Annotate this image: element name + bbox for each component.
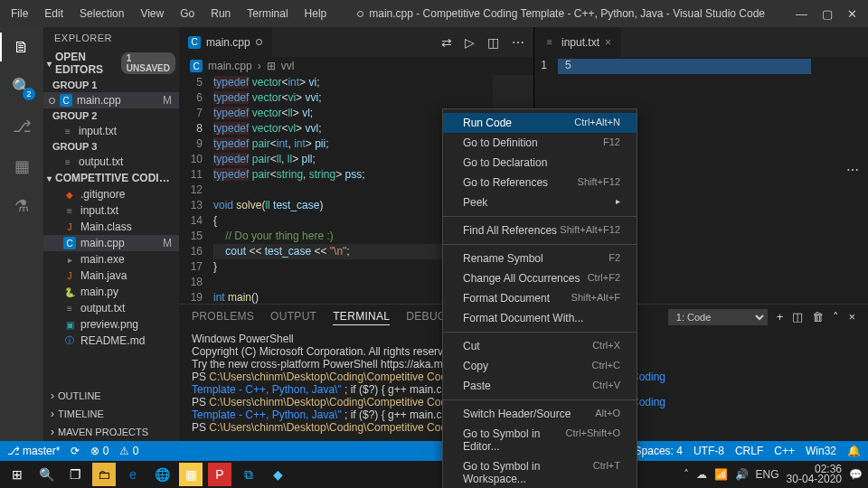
ctx-go-to-definition[interactable]: Go to DefinitionF12 bbox=[443, 133, 637, 153]
badge: 2 bbox=[23, 88, 35, 100]
indent[interactable]: Spaces: 4 bbox=[635, 445, 683, 457]
sync-icon[interactable]: ⟳ bbox=[71, 445, 80, 457]
close-tab-icon[interactable]: × bbox=[605, 36, 611, 49]
panel-tab-output[interactable]: OUTPUT bbox=[270, 308, 316, 325]
ctx-go-to-references[interactable]: Go to ReferencesShift+F12 bbox=[443, 173, 637, 192]
terminal-select[interactable]: 1: Code bbox=[668, 309, 768, 325]
run-icon[interactable]: ▷ bbox=[465, 35, 475, 50]
menu-file[interactable]: File bbox=[4, 4, 35, 23]
vscode-task-icon[interactable]: ⧉ bbox=[237, 463, 260, 486]
edge-icon[interactable]: e bbox=[121, 463, 145, 486]
extensions-icon[interactable]: ▦ bbox=[11, 155, 33, 177]
app2-icon[interactable]: P bbox=[208, 463, 231, 486]
app3-icon[interactable]: ◆ bbox=[266, 463, 289, 486]
more-icon[interactable]: ⋯ bbox=[512, 35, 524, 50]
file-item[interactable]: ▸main.exe bbox=[43, 251, 179, 267]
explorer-task-icon[interactable]: 🗀 bbox=[92, 463, 116, 486]
menu-help[interactable]: Help bbox=[297, 4, 335, 23]
file-item[interactable]: JMain.class bbox=[43, 219, 179, 235]
search-icon[interactable]: 🔍2 bbox=[11, 76, 33, 98]
ctx-go-to-symbol-in-editor-[interactable]: Go to Symbol in Editor...Ctrl+Shift+O bbox=[443, 424, 637, 456]
task-view-icon[interactable]: ❐ bbox=[63, 463, 87, 486]
ctx-paste[interactable]: PasteCtrl+V bbox=[443, 376, 637, 396]
open-editor-item[interactable]: Cmain.cppM bbox=[43, 92, 179, 108]
menu-view[interactable]: View bbox=[133, 4, 171, 23]
panel-tab-problems[interactable]: PROBLEMS bbox=[192, 308, 254, 325]
ctx-switch-header-source[interactable]: Switch Header/SourceAlt+O bbox=[443, 404, 637, 424]
start-icon[interactable]: ⊞ bbox=[5, 463, 29, 486]
file-item[interactable]: 🐍main.py bbox=[43, 284, 179, 300]
ctx-go-to-declaration[interactable]: Go to Declaration bbox=[443, 153, 637, 173]
eol[interactable]: CRLF bbox=[735, 445, 763, 457]
app-icon[interactable]: ▦ bbox=[179, 463, 203, 486]
tab-input-txt[interactable]: ≡input.txt× bbox=[534, 27, 621, 57]
split-icon[interactable]: ◫ bbox=[487, 35, 499, 50]
lang-indicator[interactable]: ENG bbox=[756, 468, 779, 481]
open-editor-item[interactable]: ≡output.txt bbox=[43, 154, 179, 170]
context-menu: Run CodeCtrl+Alt+NGo to DefinitionF12Go … bbox=[442, 108, 637, 488]
ctx-rename-symbol[interactable]: Rename SymbolF2 bbox=[443, 249, 637, 268]
editor-more-icon[interactable]: ⋯ bbox=[846, 163, 859, 177]
cloud-icon[interactable]: ☁ bbox=[696, 468, 707, 481]
testing-icon[interactable]: ⚗ bbox=[11, 195, 33, 217]
panel-tab-terminal[interactable]: TERMINAL bbox=[333, 308, 390, 325]
ctx-copy[interactable]: CopyCtrl+C bbox=[443, 356, 637, 376]
menu-go[interactable]: Go bbox=[173, 4, 202, 23]
group-label: GROUP 3 bbox=[43, 139, 179, 154]
volume-icon[interactable]: 🔊 bbox=[735, 468, 749, 481]
file-item[interactable]: ≡input.txt bbox=[43, 202, 179, 219]
breadcrumb[interactable]: Cmain.cpp›⊞vvl bbox=[179, 57, 533, 75]
wifi-icon[interactable]: 📶 bbox=[714, 468, 728, 481]
ctx-format-document[interactable]: Format DocumentShift+Alt+F bbox=[443, 288, 637, 308]
maximize-panel-icon[interactable]: ˄ bbox=[833, 310, 839, 324]
close-panel-icon[interactable]: × bbox=[848, 310, 855, 324]
git-branch[interactable]: ⎇ master* bbox=[7, 445, 60, 457]
action-center-icon[interactable]: 💬 bbox=[849, 468, 863, 481]
split-terminal-icon[interactable]: ◫ bbox=[792, 310, 803, 324]
notifications-icon[interactable]: 🔔 bbox=[847, 445, 861, 457]
encoding[interactable]: UTF-8 bbox=[693, 445, 724, 457]
ctx-cut[interactable]: CutCtrl+X bbox=[443, 336, 637, 356]
minimize-icon[interactable]: — bbox=[796, 7, 807, 21]
ctx-run-code[interactable]: Run CodeCtrl+Alt+N bbox=[443, 113, 637, 133]
file-item[interactable]: ◆.gitignore bbox=[43, 186, 179, 202]
open-editor-item[interactable]: ≡input.txt bbox=[43, 123, 179, 139]
ctx-go-to-symbol-in-workspace-[interactable]: Go to Symbol in Workspace...Ctrl+T bbox=[443, 456, 637, 488]
menu-terminal[interactable]: Terminal bbox=[240, 4, 295, 23]
tab-main-cpp[interactable]: Cmain.cpp bbox=[179, 27, 272, 57]
file-item[interactable]: ▣preview.png bbox=[43, 316, 179, 333]
source-control-icon[interactable]: ⎇ bbox=[11, 116, 33, 137]
section-outline[interactable]: › OUTLINE bbox=[43, 387, 179, 405]
menu-edit[interactable]: Edit bbox=[37, 4, 71, 23]
tray-chevron-icon[interactable]: ˄ bbox=[684, 468, 689, 481]
kill-terminal-icon[interactable]: 🗑 bbox=[812, 310, 824, 324]
unsaved-badge: 1 UNSAVED bbox=[121, 52, 175, 74]
os[interactable]: Win32 bbox=[806, 445, 836, 457]
ctx-peek[interactable]: Peek▸ bbox=[443, 192, 637, 212]
group-label: GROUP 1 bbox=[43, 78, 179, 92]
menu-run[interactable]: Run bbox=[203, 4, 238, 23]
chrome-icon[interactable]: 🌐 bbox=[150, 463, 174, 486]
close-icon[interactable]: ✕ bbox=[847, 7, 857, 21]
section-timeline[interactable]: › TIMELINE bbox=[43, 405, 179, 423]
file-item[interactable]: Cmain.cppM bbox=[43, 235, 179, 251]
ctx-format-document-with-[interactable]: Format Document With... bbox=[443, 308, 637, 328]
file-item[interactable]: JMain.java bbox=[43, 267, 179, 284]
errors[interactable]: ⊗ 0 bbox=[90, 445, 108, 457]
file-item[interactable]: ⓘREADME.md bbox=[43, 333, 179, 349]
menu-selection[interactable]: Selection bbox=[72, 4, 131, 23]
compare-icon[interactable]: ⇄ bbox=[441, 35, 452, 50]
explorer-icon[interactable]: 🗎 bbox=[11, 36, 33, 58]
clock[interactable]: 02:3630-04-2020 bbox=[787, 465, 842, 484]
open-editors-header[interactable]: ▾OPEN EDITORS 1 UNSAVED bbox=[43, 49, 179, 78]
maximize-icon[interactable]: ▢ bbox=[822, 7, 833, 21]
language-mode[interactable]: C++ bbox=[774, 445, 795, 457]
file-item[interactable]: ≡output.txt bbox=[43, 300, 179, 316]
new-terminal-icon[interactable]: + bbox=[777, 310, 784, 324]
ctx-find-all-references[interactable]: Find All ReferencesShift+Alt+F12 bbox=[443, 221, 637, 240]
task-search-icon[interactable]: 🔍 bbox=[34, 463, 58, 486]
folder-header[interactable]: ▾COMPETITIVE CODING TEMPLATE - C+... bbox=[43, 170, 179, 186]
warnings[interactable]: ⚠ 0 bbox=[119, 445, 138, 457]
section-maven-projects[interactable]: › MAVEN PROJECTS bbox=[43, 423, 179, 441]
ctx-change-all-occurrences[interactable]: Change All OccurrencesCtrl+F2 bbox=[443, 268, 637, 288]
